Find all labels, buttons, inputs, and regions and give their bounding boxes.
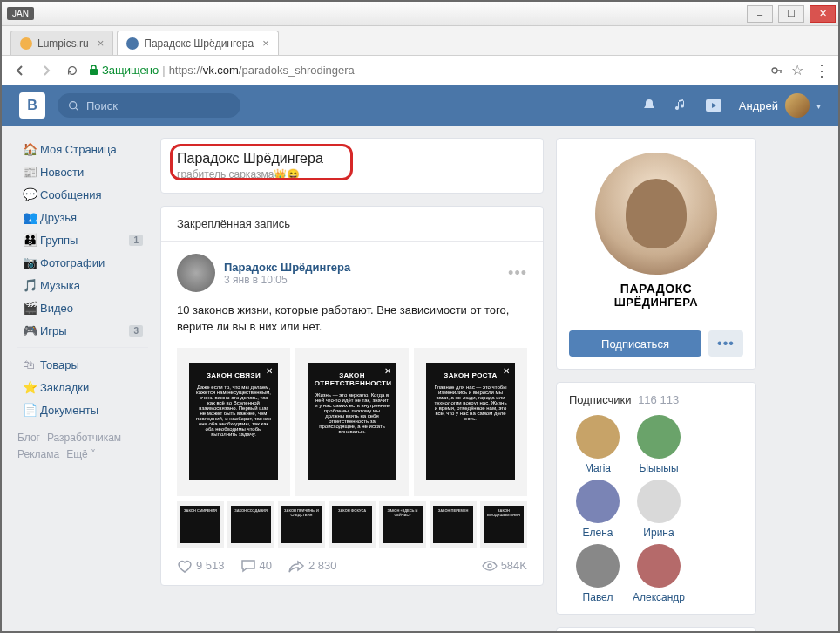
tab-favicon <box>20 37 32 50</box>
browser-menu-button[interactable]: ⋮ <box>814 61 830 80</box>
footer-links: БлогРазработчикам РекламаЕщё ˅ <box>17 430 148 463</box>
subscriber-item[interactable]: Елена <box>569 480 627 539</box>
nav-back-button[interactable] <box>10 61 30 80</box>
subscriber-name: Ирина <box>630 527 688 539</box>
gallery-thumb[interactable]: ЗАКОН СОЗДАНИЯ <box>227 501 274 548</box>
sidebar-item[interactable]: 🏠Моя Страница <box>17 138 148 160</box>
subscribers-heading[interactable]: Подписчики 116 113 <box>569 393 743 406</box>
share-button[interactable]: 2 830 <box>288 559 337 573</box>
group-logo-text-1: ПАРАДОКС <box>614 282 698 296</box>
sidebar-item[interactable]: 📄Документы <box>17 398 148 421</box>
tab-favicon <box>126 37 139 50</box>
lock-icon <box>89 65 98 76</box>
subscriber-item[interactable]: Александр <box>630 544 688 603</box>
footer-link[interactable]: Ещё ˅ <box>66 448 96 460</box>
tab-label: Lumpics.ru <box>37 37 89 50</box>
tab-label: Парадокс Шрёдингера <box>144 37 254 50</box>
nav-forward-button[interactable] <box>37 61 56 80</box>
bookmark-star-icon[interactable]: ☆ <box>791 62 803 78</box>
sidebar-item[interactable]: 💬Сообщения <box>17 183 148 206</box>
sidebar-item[interactable]: ⭐Закладки <box>17 376 148 398</box>
sidebar-item[interactable]: 🛍Товары <box>17 353 148 376</box>
gallery-image[interactable]: ✕ЗАКОН СВЯЗИДаже если то, что мы делаем,… <box>177 348 290 496</box>
gallery-thumb[interactable]: ЗАКОН ФОКУСА <box>329 501 376 548</box>
sidebar-item[interactable]: 📷Фотографии <box>17 251 148 274</box>
sidebar-item[interactable]: 👥Друзья <box>17 206 148 228</box>
avatar <box>785 93 810 118</box>
subscriber-name: Александр <box>630 591 688 603</box>
page-body: 🏠Моя Страница📰Новости💬Сообщения👥Друзья👪Г… <box>2 126 838 633</box>
secure-label: Защищено <box>102 64 159 77</box>
vk-logo[interactable]: B <box>19 92 45 119</box>
close-icon[interactable]: × <box>98 37 105 50</box>
footer-link[interactable]: Разработчикам <box>47 432 121 444</box>
group-image[interactable]: ПАРАДОКС ШРЁДИНГЕРА <box>557 139 755 322</box>
avatar <box>576 415 620 459</box>
avatar <box>637 480 681 523</box>
music-icon[interactable] <box>674 98 688 113</box>
gallery-thumb[interactable]: ЗАКОН «ЗДЕСЬ И СЕЙЧАС» <box>379 501 426 548</box>
browser-tab-lumpics[interactable]: Lumpics.ru × <box>10 31 113 55</box>
key-icon[interactable] <box>770 64 784 78</box>
nav-label: Видео <box>40 302 73 315</box>
search-icon <box>68 100 79 112</box>
sidebar-item[interactable]: 👪Группы1 <box>17 228 148 251</box>
play-icon[interactable] <box>706 99 721 112</box>
sidebar-item[interactable]: 🎵Музыка <box>17 274 148 296</box>
gallery-thumb[interactable]: ЗАКОН ПЕРЕМЕН <box>430 501 477 548</box>
browser-tab-vk[interactable]: Парадокс Шрёдингера × <box>117 31 278 55</box>
gallery-thumb[interactable]: ЗАКОН ПРИЧИНЫ И СЛЕДСТВИЯ <box>278 501 325 548</box>
subscriber-name: Павел <box>569 591 627 603</box>
sidebar-item[interactable]: 🎮Игры3 <box>17 319 148 342</box>
nav-icon: ⭐ <box>23 380 40 394</box>
subscribe-button[interactable]: Подписаться <box>569 330 701 357</box>
pinned-label: Закреплённая запись <box>161 207 543 241</box>
address-bar[interactable]: Защищено | https://vk.com/paradoks_shrod… <box>89 64 763 77</box>
more-actions-button[interactable]: ••• <box>708 330 743 357</box>
user-menu[interactable]: Андрей ▾ <box>739 93 821 118</box>
window-titlebar: JAN – ☐ ✕ <box>2 2 838 26</box>
window-minimize-button[interactable]: – <box>747 5 773 23</box>
gallery-image[interactable]: ✕ЗАКОН РОСТАГлавное для нас — это чтобы … <box>414 348 527 496</box>
window-close-button[interactable]: ✕ <box>810 5 836 23</box>
nav-label: Игры <box>40 324 67 337</box>
nav-label: Новости <box>40 166 84 179</box>
nav-label: Группы <box>40 234 78 247</box>
nav-label: Друзья <box>40 211 77 224</box>
comment-button[interactable]: 40 <box>240 559 272 573</box>
left-sidebar: 🏠Моя Страница📰Новости💬Сообщения👥Друзья👪Г… <box>17 138 148 633</box>
avatar <box>637 544 681 588</box>
nav-icon: 📄 <box>23 403 40 417</box>
gallery-thumb[interactable]: ЗАКОН СМИРЕНИЯ <box>177 501 224 548</box>
subscriber-item[interactable]: Maria <box>569 415 627 474</box>
notifications-icon[interactable] <box>641 98 657 113</box>
close-icon[interactable]: × <box>262 37 269 50</box>
nav-label: Музыка <box>40 279 80 292</box>
subscriber-item[interactable]: Павел <box>569 544 627 603</box>
group-logo-text-2: ШРЁДИНГЕРА <box>614 296 698 309</box>
nav-label: Сообщения <box>40 188 102 201</box>
search-input[interactable]: Поиск <box>58 93 240 118</box>
url-prefix: https:// <box>169 64 203 77</box>
like-button[interactable]: 9 513 <box>177 559 225 573</box>
gallery-image[interactable]: ✕ЗАКОН ОТВЕТСТВЕННОСТИЖизнь — это зеркал… <box>295 348 409 496</box>
post-views: 584K <box>482 559 527 572</box>
post-menu-button[interactable]: ••• <box>508 264 527 282</box>
username: Андрей <box>739 99 778 112</box>
window-maximize-button[interactable]: ☐ <box>778 5 804 23</box>
post-author-link[interactable]: Парадокс Шрёдингера <box>224 261 350 274</box>
footer-link[interactable]: Реклама <box>17 448 59 460</box>
footer-link[interactable]: Блог <box>17 432 40 444</box>
sidebar-item[interactable]: 📰Новости <box>17 160 148 183</box>
post-avatar[interactable] <box>177 254 215 292</box>
url-path: /paradoks_shrodingera <box>239 64 355 77</box>
browser-address-row: Защищено | https://vk.com/paradoks_shrod… <box>2 56 838 85</box>
sidebar-item[interactable]: 🎬Видео <box>17 296 148 319</box>
center-column: Парадокс Шрёдингера грабитель сарказма👑😄… <box>160 138 544 633</box>
subscriber-item[interactable]: Ирина <box>630 480 688 539</box>
subscriber-item[interactable]: Ыыыыы <box>630 415 688 474</box>
nav-icon: 🏠 <box>23 142 40 156</box>
gallery-thumb[interactable]: ЗАКОН ВООДУШЕВЛЕНИЯ <box>480 501 527 548</box>
nav-icon: 🎵 <box>23 278 40 292</box>
nav-reload-button[interactable] <box>63 61 82 80</box>
